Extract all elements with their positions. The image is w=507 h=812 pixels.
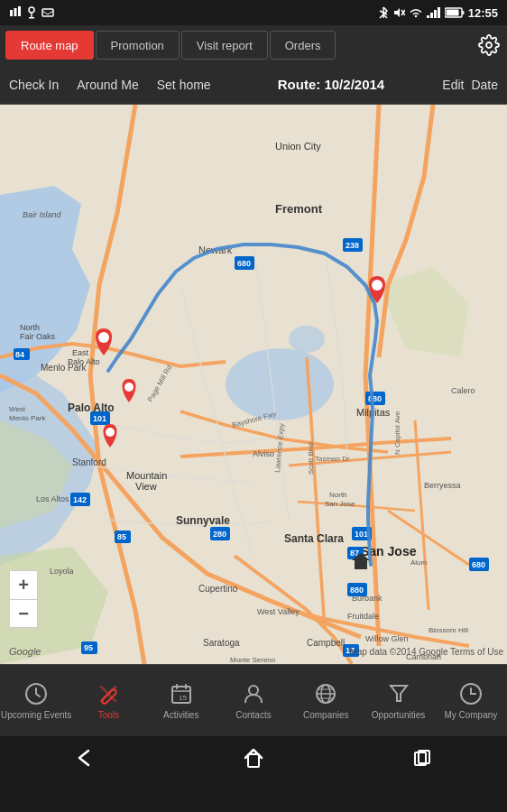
svg-rect-1 [14, 8, 17, 16]
nav-tabs: Route map Promotion Visit report Orders [5, 31, 336, 60]
wifi-icon [409, 6, 423, 19]
svg-point-94 [106, 428, 115, 437]
clock2-icon [458, 681, 484, 706]
my-company-label: My Company [444, 710, 497, 720]
svg-text:85: 85 [117, 532, 126, 541]
svg-point-18 [289, 326, 325, 353]
nav-item-opportunities[interactable]: Opportunities [362, 681, 434, 720]
tab-orders[interactable]: Orders [270, 31, 336, 60]
svg-text:Scott Blvd: Scott Blvd [307, 442, 315, 475]
svg-rect-2 [18, 6, 21, 16]
svg-text:Calero: Calero [451, 386, 475, 395]
svg-text:680: 680 [237, 259, 251, 268]
svg-rect-14 [462, 11, 464, 14]
zoom-controls: + − [9, 570, 38, 628]
svg-point-95 [372, 280, 383, 291]
status-icons-right: 12:55 [378, 5, 498, 20]
svg-line-98 [36, 694, 40, 697]
svg-rect-115 [248, 754, 259, 767]
contacts-label: Contacts [235, 710, 271, 720]
map-area[interactable]: Union City Fremont Newark North Fair Oak… [0, 105, 507, 664]
svg-text:Fair Oaks: Fair Oaks [20, 332, 56, 341]
system-bar [0, 736, 507, 780]
notif-icon-1 [9, 6, 22, 19]
nav-item-my-company[interactable]: My Company [435, 681, 507, 720]
svg-text:Willow Glen: Willow Glen [365, 634, 409, 643]
nav-item-contacts[interactable]: Contacts [217, 681, 290, 720]
svg-text:West: West [9, 405, 26, 413]
nav-item-tools[interactable]: Tools [72, 681, 144, 720]
svg-marker-6 [394, 8, 400, 17]
svg-text:680: 680 [472, 560, 485, 569]
svg-point-17 [226, 348, 334, 420]
set-home-button[interactable]: Set home [148, 65, 220, 104]
svg-text:238: 238 [346, 241, 359, 250]
zoom-out-button[interactable]: − [9, 599, 38, 628]
svg-text:Loyola: Loyola [50, 567, 74, 576]
svg-text:San Jose: San Jose [325, 500, 355, 508]
nav-item-companies[interactable]: Companies [290, 681, 362, 720]
svg-text:280: 280 [213, 530, 226, 539]
svg-text:101: 101 [93, 414, 106, 423]
svg-text:142: 142 [73, 495, 87, 504]
svg-point-93 [124, 383, 134, 392]
svg-text:Menlo Park: Menlo Park [9, 414, 46, 422]
around-me-button[interactable]: Around Me [68, 65, 147, 104]
back-button[interactable] [67, 740, 103, 776]
home-button[interactable] [235, 740, 272, 776]
tab-route-map[interactable]: Route map [5, 31, 94, 60]
status-icons-left [9, 6, 54, 19]
svg-text:Berryessa: Berryessa [424, 481, 461, 490]
svg-rect-4 [29, 17, 34, 19]
date-button[interactable]: Date [471, 78, 498, 92]
svg-text:Campbell: Campbell [307, 638, 345, 648]
svg-text:Bair Island: Bair Island [23, 210, 62, 219]
svg-text:Sunnyvale: Sunnyvale [176, 514, 230, 527]
svg-text:N Capitol Ave: N Capitol Ave [393, 411, 401, 455]
zoom-in-button[interactable]: + [9, 570, 38, 599]
svg-text:15: 15 [179, 694, 187, 702]
nav-item-upcoming-events[interactable]: Upcoming Events [0, 681, 72, 720]
settings-icon[interactable] [476, 32, 502, 58]
activities-label: Activities [163, 710, 198, 720]
top-nav: Route map Promotion Visit report Orders [0, 25, 507, 65]
tools-label: Tools [98, 710, 119, 720]
svg-text:95: 95 [84, 643, 93, 652]
calendar-icon: 15 [169, 681, 194, 706]
svg-point-106 [249, 686, 258, 695]
check-in-button[interactable]: Check In [9, 65, 68, 104]
bluetooth-icon [378, 5, 389, 20]
svg-text:101: 101 [355, 530, 368, 539]
tab-promotion[interactable]: Promotion [96, 31, 180, 60]
svg-text:Tasman Dr: Tasman Dr [315, 455, 350, 463]
svg-point-3 [29, 7, 34, 13]
svg-text:Monte Sereno: Monte Sereno [230, 656, 276, 664]
recents-button[interactable] [404, 740, 440, 776]
svg-rect-11 [434, 10, 437, 18]
tab-visit-report[interactable]: Visit report [181, 31, 268, 60]
google-watermark: Google [9, 646, 41, 657]
map-svg: Union City Fremont Newark North Fair Oak… [0, 105, 507, 664]
tools-icon [96, 681, 121, 706]
nav-item-activities[interactable]: 15 Activities [145, 681, 217, 720]
signal-icon [427, 6, 441, 19]
svg-text:Santa Clara: Santa Clara [284, 532, 344, 545]
battery-icon [445, 7, 465, 18]
svg-rect-15 [446, 10, 458, 16]
bottom-nav: Upcoming Events Tools 15 Activi [0, 664, 507, 736]
svg-text:Palo Alto: Palo Alto [68, 357, 100, 366]
svg-rect-0 [10, 10, 13, 16]
svg-text:West Valley: West Valley [257, 607, 300, 616]
person-icon [241, 681, 266, 706]
svg-text:Stanford: Stanford [72, 457, 106, 467]
companies-label: Companies [303, 710, 349, 720]
svg-text:Alum: Alum [410, 558, 428, 567]
svg-text:East: East [72, 348, 89, 357]
sec-nav-right: Edit Date [442, 78, 498, 92]
svg-text:Fruitdale: Fruitdale [347, 612, 379, 621]
notif-icon-2 [25, 6, 38, 19]
svg-rect-9 [427, 15, 429, 18]
funnel-icon [386, 681, 411, 706]
edit-button[interactable]: Edit [442, 78, 464, 92]
svg-text:880: 880 [350, 586, 364, 595]
